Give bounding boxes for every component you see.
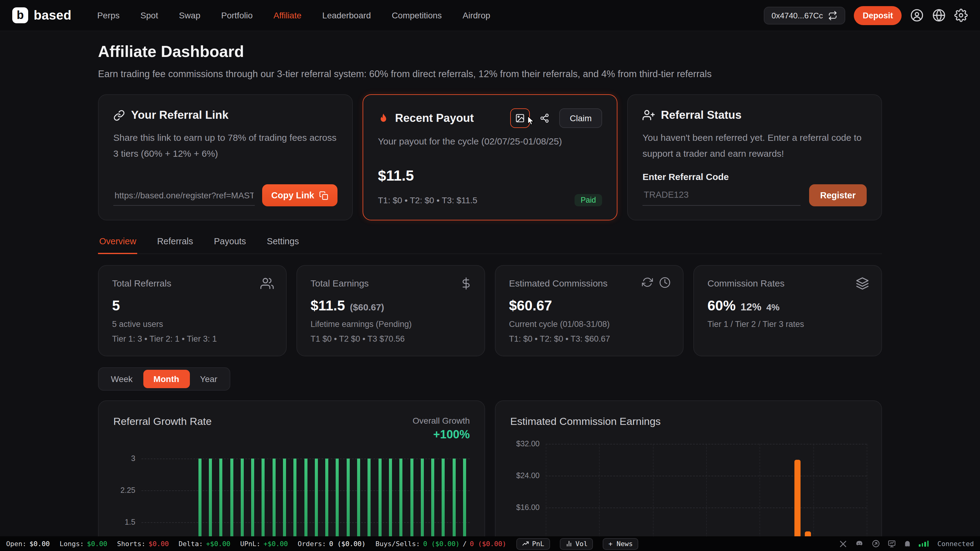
- page-title: Affiliate Dashboard: [98, 42, 882, 61]
- nav-item-competitions[interactable]: Competitions: [392, 10, 442, 20]
- y-tick-label: $32.00: [516, 440, 539, 448]
- bar-slot: [706, 444, 717, 551]
- nav-item-portfolio[interactable]: Portfolio: [221, 10, 253, 20]
- total-referrals-active: 5 active users: [112, 319, 272, 329]
- overall-growth-value: +100%: [412, 428, 470, 441]
- period-toggle: WeekMonthYear: [98, 367, 230, 391]
- chart-monitor-icon[interactable]: [888, 539, 896, 548]
- tab-settings[interactable]: Settings: [266, 230, 300, 254]
- referral-growth-chart-card: Referral Growth Rate Overall Growth +100…: [98, 400, 485, 551]
- copy-link-button[interactable]: Copy Link: [262, 184, 337, 206]
- period-option-year[interactable]: Year: [189, 370, 228, 388]
- status-metric-shorts: Shorts:$0.00: [117, 540, 169, 548]
- bar-slot: [856, 444, 867, 551]
- referral-link-input[interactable]: [113, 185, 255, 205]
- settings-gear-icon[interactable]: [954, 9, 968, 22]
- bar-slot: [578, 444, 589, 551]
- ghost-icon[interactable]: [904, 540, 912, 548]
- status-bar: Open:$0.00Longs:$0.00Shorts:$0.00Delta:+…: [0, 536, 980, 551]
- referral-status-card: Referral Status You haven't been referre…: [627, 94, 882, 221]
- claim-button[interactable]: Claim: [559, 108, 602, 128]
- deposit-button[interactable]: Deposit: [854, 6, 902, 25]
- status-metrics: Open:$0.00Longs:$0.00Shorts:$0.00Delta:+…: [6, 540, 366, 548]
- pnl-button-label: PnL: [532, 540, 544, 548]
- chart-plot-1: $32.00$24.00$16.00: [546, 444, 867, 551]
- payout-image-button[interactable]: [510, 108, 530, 128]
- tab-referrals[interactable]: Referrals: [156, 230, 194, 254]
- tab-overview[interactable]: Overview: [98, 230, 137, 254]
- connection-signal-icon: [919, 541, 929, 547]
- flame-icon: [378, 112, 389, 124]
- tabs: OverviewReferralsPayoutsSettings: [98, 230, 882, 254]
- y-tick-label: 2.25: [120, 486, 135, 495]
- vol-button[interactable]: Vol: [560, 538, 593, 549]
- brand-name: based: [34, 8, 72, 23]
- x-social-icon[interactable]: [840, 540, 847, 548]
- bar-slot: [621, 444, 632, 551]
- nav-item-perps[interactable]: Perps: [97, 10, 119, 20]
- dollar-icon: [460, 277, 472, 290]
- account-icon[interactable]: [910, 9, 924, 22]
- estimated-commissions-tiers: T1: $0 • T2: $0 • T3: $60.67: [509, 334, 670, 343]
- recent-payout-card: Recent Payout Claim Your payout for the …: [363, 94, 617, 221]
- register-button[interactable]: Register: [809, 184, 867, 206]
- rate-tier3: 4%: [766, 302, 780, 312]
- nav-item-affiliate[interactable]: Affiliate: [274, 10, 301, 20]
- total-referrals-value: 5: [112, 297, 120, 314]
- news-button[interactable]: + News: [603, 538, 638, 549]
- referral-code-input[interactable]: [643, 184, 800, 206]
- bar-slot: [824, 444, 835, 551]
- paid-status-badge: Paid: [574, 194, 602, 206]
- rate-tier2: 12%: [740, 301, 761, 313]
- earnings-chart-title: Estimated Commission Earnings: [510, 416, 660, 428]
- nav-item-leaderboard[interactable]: Leaderboard: [322, 10, 371, 20]
- estimated-commissions-cycle: Current cycle (01/08-31/08): [509, 319, 670, 329]
- referral-code-label: Enter Referral Code: [643, 171, 867, 181]
- globe-icon[interactable]: [932, 9, 946, 22]
- users-icon: [260, 277, 274, 290]
- payout-cycle-text: Your payout for the cycle (02/07/25-01/0…: [378, 136, 602, 146]
- bar-slot: [845, 444, 856, 551]
- nav-item-swap[interactable]: Swap: [179, 10, 200, 20]
- nav-item-spot[interactable]: Spot: [140, 10, 158, 20]
- payout-amount: $11.5: [378, 167, 602, 184]
- rate-tier1: 60%: [708, 297, 736, 314]
- nav-links: PerpsSpotSwapPortfolioAffiliateLeaderboa…: [97, 10, 764, 20]
- brand-logo[interactable]: b based: [12, 7, 72, 23]
- total-referrals-tiers: Tier 1: 3 • Tier 2: 1 • Tier 3: 1: [112, 334, 272, 343]
- wallet-address-button[interactable]: 0x4740...67Cc: [764, 6, 846, 24]
- copy-link-label: Copy Link: [271, 191, 314, 200]
- nav-right: 0x4740...67Cc Deposit: [764, 6, 968, 25]
- y-tick-label: $16.00: [516, 503, 539, 512]
- connection-status: Connected: [937, 540, 974, 548]
- estimated-commissions-value: $60.67: [509, 297, 552, 314]
- commission-rates-card: Commission Rates 60% 12% 4% Tier 1 / Tie…: [694, 265, 882, 356]
- nav-item-airdrop[interactable]: Airdrop: [463, 10, 490, 20]
- brand-icon: b: [12, 7, 28, 23]
- commission-rates-sub: Tier 1 / Tier 2 / Tier 3 rates: [708, 319, 868, 329]
- pnl-button[interactable]: PnL: [516, 538, 550, 549]
- bar-slot: [674, 444, 685, 551]
- refresh-icon[interactable]: [642, 277, 653, 288]
- total-earnings-value: $11.5: [310, 297, 345, 314]
- status-bar-right: Connected: [840, 539, 974, 548]
- period-option-month[interactable]: Month: [143, 370, 189, 388]
- external-link-circle-icon[interactable]: [872, 539, 880, 548]
- page-subtitle: Earn trading fee commissions through our…: [98, 68, 882, 79]
- tab-payouts[interactable]: Payouts: [213, 230, 247, 254]
- bar-slot: [557, 444, 567, 551]
- bar-slot: [749, 444, 760, 551]
- bar-slot: [695, 444, 706, 551]
- bar-slot: [599, 444, 610, 551]
- period-option-week[interactable]: Week: [100, 370, 143, 388]
- referral-link-card: Your Referral Link Share this link to ea…: [98, 94, 353, 221]
- wallet-address: 0x4740...67Cc: [772, 11, 823, 20]
- discord-icon[interactable]: [855, 539, 865, 548]
- total-earnings-sub: Lifetime earnings (Pending): [310, 319, 471, 329]
- bar-slot: [813, 444, 824, 551]
- charts-row: Referral Growth Rate Overall Growth +100…: [98, 400, 882, 551]
- status-metric-longs: Longs:$0.00: [60, 540, 108, 548]
- layers-icon: [856, 277, 869, 290]
- bar-slot: [567, 444, 578, 551]
- share-icon[interactable]: [535, 108, 554, 128]
